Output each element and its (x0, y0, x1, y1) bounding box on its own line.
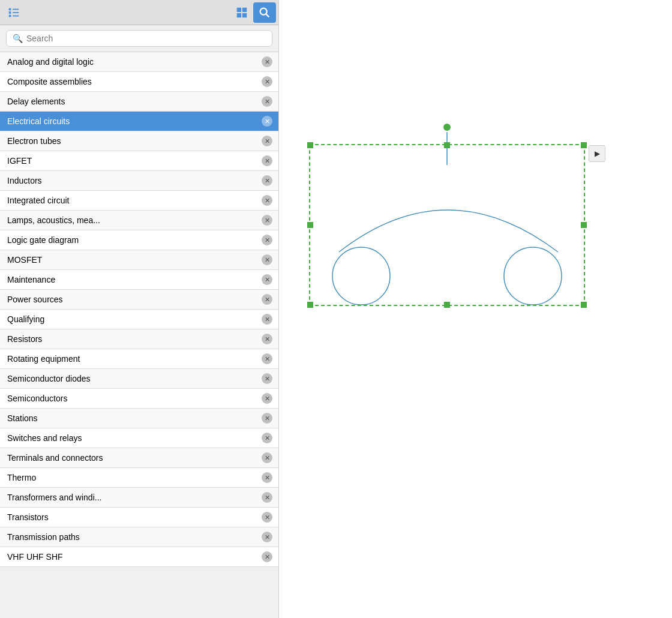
list-item-label: Rotating equipment (7, 354, 262, 364)
list-item[interactable]: Maintenance✕ (0, 270, 278, 290)
list-item[interactable]: Analog and digital logic✕ (0, 52, 278, 72)
list-item-label: Inductors (7, 176, 262, 185)
svg-rect-8 (237, 13, 241, 17)
toolbar (0, 0, 278, 25)
list-item-label: Delay elements (7, 97, 262, 106)
list-item-close-button[interactable]: ✕ (262, 413, 272, 424)
list-item[interactable]: Integrated circuit✕ (0, 191, 278, 211)
list-item-close-button[interactable]: ✕ (262, 373, 272, 384)
list-item[interactable]: Power sources✕ (0, 290, 278, 310)
list-item[interactable]: Logic gate diagram✕ (0, 230, 278, 250)
list-item-close-button[interactable]: ✕ (262, 393, 272, 404)
list-item-close-button[interactable]: ✕ (262, 96, 272, 107)
list-item[interactable]: Qualifying✕ (0, 310, 278, 329)
shape-container[interactable]: ▶ (309, 132, 591, 318)
list-item[interactable]: Delay elements✕ (0, 92, 278, 112)
list-item-label: Semiconductor diodes (7, 374, 262, 383)
list-item[interactable]: Resistors✕ (0, 329, 278, 349)
search-toggle-button[interactable] (253, 2, 276, 23)
list-item-close-button[interactable]: ✕ (262, 235, 272, 245)
grid-view-icon (235, 6, 248, 19)
list-item-label: Terminals and connectors (7, 453, 262, 463)
list-item-label: Composite assemblies (7, 77, 262, 86)
svg-line-11 (266, 14, 269, 17)
list-item-close-button[interactable]: ✕ (262, 116, 272, 127)
list-item[interactable]: Lamps, acoustics, mea...✕ (0, 211, 278, 230)
svg-point-13 (332, 247, 390, 305)
list-item-label: MOSFET (7, 255, 262, 265)
list-item-label: Integrated circuit (7, 196, 262, 205)
list-item[interactable]: Stations✕ (0, 409, 278, 428)
rotate-handle[interactable] (443, 124, 451, 131)
list-item-close-button[interactable]: ✕ (262, 551, 272, 562)
list-item-close-button[interactable]: ✕ (262, 215, 272, 226)
canvas: ▶ (279, 0, 672, 618)
list-item-close-button[interactable]: ✕ (262, 136, 272, 146)
svg-rect-0 (9, 8, 11, 10)
list-item-close-button[interactable]: ✕ (262, 195, 272, 206)
list-item-label: Switches and relays (7, 433, 262, 443)
list-item[interactable]: Inductors✕ (0, 171, 278, 191)
svg-point-14 (504, 247, 562, 305)
list-item[interactable]: Rotating equipment✕ (0, 349, 278, 369)
list-item[interactable]: IGFET✕ (0, 151, 278, 171)
list-view-button[interactable] (2, 2, 25, 23)
list-item-close-button[interactable]: ✕ (262, 512, 272, 523)
svg-point-10 (260, 8, 267, 14)
circuit-shape-svg (309, 132, 609, 324)
list-item-close-button[interactable]: ✕ (262, 175, 272, 186)
list-item-label: Transformers and windi... (7, 493, 262, 502)
list-item[interactable]: Semiconductors✕ (0, 389, 278, 409)
category-list: Analog and digital logic✕Composite assem… (0, 52, 278, 618)
list-item-close-button[interactable]: ✕ (262, 452, 272, 463)
list-item[interactable]: VHF UHF SHF✕ (0, 547, 278, 567)
svg-rect-2 (9, 14, 11, 17)
right-canvas-area[interactable]: ▶ (279, 0, 672, 618)
list-item-label: Semiconductors (7, 394, 262, 403)
list-item-label: VHF UHF SHF (7, 552, 262, 562)
list-item-close-button[interactable]: ✕ (262, 274, 272, 285)
list-item-label: Qualifying (7, 314, 262, 324)
list-item-close-button[interactable]: ✕ (262, 314, 272, 325)
list-item-close-button[interactable]: ✕ (262, 433, 272, 443)
search-toolbar-icon (258, 6, 271, 19)
list-item[interactable]: Transistors✕ (0, 508, 278, 527)
svg-rect-1 (9, 11, 11, 14)
list-item-label: Electron tubes (7, 136, 262, 146)
list-item[interactable]: Switches and relays✕ (0, 428, 278, 448)
list-item[interactable]: Thermo✕ (0, 468, 278, 488)
list-item-label: Resistors (7, 334, 262, 344)
list-item[interactable]: Transformers and windi...✕ (0, 488, 278, 508)
list-item[interactable]: Electron tubes✕ (0, 131, 278, 151)
list-item[interactable]: Transmission paths✕ (0, 527, 278, 547)
list-item-label: Maintenance (7, 275, 262, 284)
list-item-label: Transmission paths (7, 532, 262, 542)
list-item[interactable]: Terminals and connectors✕ (0, 448, 278, 468)
list-item-label: Thermo (7, 473, 262, 482)
list-item[interactable]: Composite assemblies✕ (0, 72, 278, 92)
svg-rect-9 (242, 13, 247, 17)
list-item-close-button[interactable]: ✕ (262, 492, 272, 503)
list-item[interactable]: Electrical circuits✕ (0, 112, 278, 131)
grid-view-button[interactable] (230, 2, 253, 23)
list-item-close-button[interactable]: ✕ (262, 56, 272, 67)
list-item-label: IGFET (7, 156, 262, 166)
list-item-label: Lamps, acoustics, mea... (7, 215, 262, 225)
list-item-close-button[interactable]: ✕ (262, 76, 272, 87)
list-item[interactable]: Semiconductor diodes✕ (0, 369, 278, 389)
list-item-label: Logic gate diagram (7, 235, 262, 245)
list-item[interactable]: MOSFET✕ (0, 250, 278, 270)
svg-rect-6 (237, 7, 241, 11)
list-item-close-button[interactable]: ✕ (262, 254, 272, 265)
list-item-close-button[interactable]: ✕ (262, 294, 272, 305)
list-item-label: Transistors (7, 512, 262, 522)
search-input-wrapper[interactable]: 🔍 (6, 30, 272, 47)
list-item-close-button[interactable]: ✕ (262, 155, 272, 166)
list-item-close-button[interactable]: ✕ (262, 353, 272, 364)
list-item-close-button[interactable]: ✕ (262, 334, 272, 344)
list-item-label: Electrical circuits (7, 116, 262, 126)
list-view-icon (7, 6, 20, 19)
search-input[interactable] (26, 34, 266, 43)
list-item-close-button[interactable]: ✕ (262, 532, 272, 542)
list-item-close-button[interactable]: ✕ (262, 472, 272, 483)
